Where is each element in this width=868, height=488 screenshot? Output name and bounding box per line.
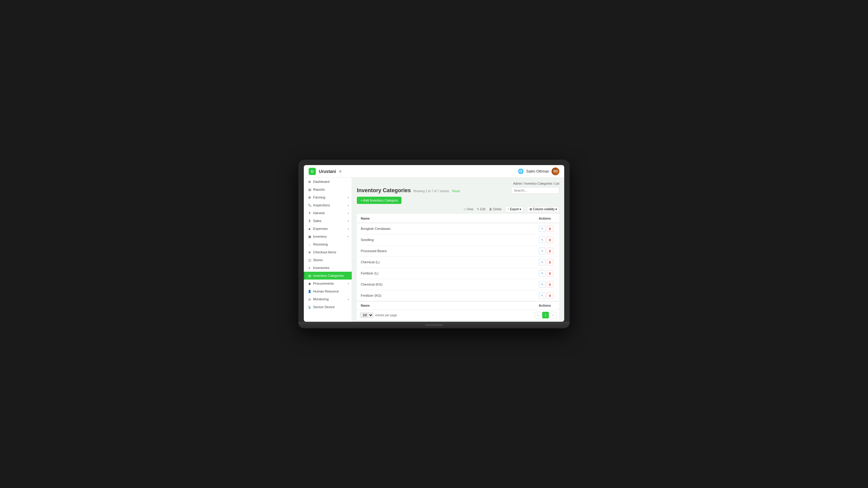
sidebar-item-sales[interactable]: $ Sales ◂ xyxy=(304,217,352,225)
edit-toolbar-item[interactable]: ✎ Edit xyxy=(477,207,485,211)
pagination-buttons: ‹ 1 › xyxy=(535,312,556,318)
action-bar: + Add Inventory Category xyxy=(357,197,559,204)
pagination-area: 100 25 50 entries per page ‹ 1 › xyxy=(357,310,559,320)
prev-page-button[interactable]: ‹ xyxy=(535,312,541,318)
page-1-button[interactable]: 1 xyxy=(542,312,549,318)
row-name-2: Processed Beans xyxy=(357,246,535,257)
delete-row-4-button[interactable]: 🗑 xyxy=(547,270,553,276)
sidebar-item-human-resource[interactable]: 👤 Human Resource xyxy=(304,287,352,295)
edit-row-0-button[interactable]: ✎ xyxy=(539,225,546,232)
add-inventory-category-button[interactable]: + Add Inventory Category xyxy=(357,197,401,204)
expenses-icon: ◈ xyxy=(308,227,311,230)
row-name-5: Chemical (KG) xyxy=(357,279,535,290)
monitoring-arrow: ◂ xyxy=(347,298,349,301)
breadcrumb-admin: Admin xyxy=(513,182,522,185)
inventory-icon: ▦ xyxy=(308,235,311,238)
delete-row-6-button[interactable]: 🗑 xyxy=(547,292,553,299)
sidebar-label-inventories: Inventories xyxy=(313,266,330,270)
delete-row-1-button[interactable]: 🗑 xyxy=(547,236,553,243)
search-input[interactable] xyxy=(511,187,559,194)
row-name-0: Bongkah Cendawan xyxy=(357,223,535,234)
page-title: Inventory Categories xyxy=(357,187,411,194)
edit-row-3-button[interactable]: ✎ xyxy=(539,259,546,265)
sidebar-label-human-resource: Human Resource xyxy=(313,290,339,293)
edit-row-1-button[interactable]: ✎ xyxy=(539,236,546,243)
sidebar-item-expenses[interactable]: ◈ Expenses ◂ xyxy=(304,225,352,233)
sidebar-item-procurements[interactable]: ◉ Procurements ◂ xyxy=(304,280,352,287)
row-actions-0: ✎ 🗑 xyxy=(535,223,559,234)
export-chevron: ▾ xyxy=(520,207,521,211)
row-actions-1: ✎ 🗑 xyxy=(535,234,559,246)
table-toolbar: □ View ✎ Edit 🗑 Delete ↑ xyxy=(357,206,559,212)
sidebar-label-monitoring: Monitoring xyxy=(313,297,329,301)
sidebar-label-harvest: Harvest xyxy=(313,211,324,215)
sidebar-item-inspections[interactable]: 🔍 Inspections ◂ xyxy=(304,201,352,209)
sidebar-item-farming[interactable]: ✿ Farming ◂ xyxy=(304,193,352,201)
reports-icon: ▤ xyxy=(308,188,311,191)
sidebar-item-harvest[interactable]: ⚘ Harvest ◂ xyxy=(304,209,352,217)
delete-row-3-button[interactable]: 🗑 xyxy=(547,259,553,265)
sidebar-label-inventory-categories: Inventory Categories xyxy=(313,274,344,278)
view-toolbar-item[interactable]: □ View xyxy=(464,207,473,211)
table-row: Fertilizer (KG) ✎ 🗑 xyxy=(357,290,559,301)
sidebar-item-stores[interactable]: ◫ Stores xyxy=(304,256,352,264)
export-icon: ↑ xyxy=(507,207,509,211)
delete-row-2-button[interactable]: 🗑 xyxy=(547,248,553,254)
delete-row-0-button[interactable]: 🗑 xyxy=(547,225,553,232)
delete-row-5-button[interactable]: 🗑 xyxy=(547,281,553,288)
farming-arrow: ◂ xyxy=(347,196,349,199)
row-actions-3: ✎ 🗑 xyxy=(535,257,559,268)
edit-row-6-button[interactable]: ✎ xyxy=(539,292,546,299)
next-page-button[interactable]: › xyxy=(550,312,556,318)
edit-label: Edit xyxy=(480,207,485,211)
hamburger-icon[interactable]: ≡ xyxy=(339,169,341,174)
sidebar-item-sensor-device[interactable]: 📡 Sensor Device xyxy=(304,303,352,311)
data-table: Name Actions Bongkah Cendawan ✎ 🗑 Seedli… xyxy=(357,214,559,310)
col-header-actions: Actions xyxy=(535,214,559,223)
table-header-row: Name Actions xyxy=(357,214,559,223)
sidebar-label-expenses: Expenses xyxy=(313,227,328,230)
row-name-1: Seedling xyxy=(357,234,535,246)
row-actions-6: ✎ 🗑 xyxy=(535,290,559,301)
inspections-arrow: ◂ xyxy=(347,204,349,207)
column-visibility-label: Column visibility xyxy=(533,207,555,211)
human-resource-icon: 👤 xyxy=(308,290,311,293)
sidebar-item-dashboard[interactable]: ⊞ Dashboard xyxy=(304,178,352,186)
receiving-icon: ↓ xyxy=(308,243,311,246)
edit-row-5-button[interactable]: ✎ xyxy=(539,281,546,288)
col-header-name[interactable]: Name xyxy=(357,214,535,223)
inspections-icon: 🔍 xyxy=(308,204,311,207)
column-visibility-button[interactable]: ⊞ Column visibility ▾ xyxy=(527,206,559,212)
delete-toolbar-item[interactable]: 🗑 Delete xyxy=(489,207,502,211)
view-label: View xyxy=(467,207,473,211)
reset-link[interactable]: Reset xyxy=(452,190,460,193)
view-icon: □ xyxy=(464,207,466,211)
sidebar-label-checkout-items: Checkout Items xyxy=(313,250,336,254)
sidebar-item-inventories[interactable]: ≡ Inventories xyxy=(304,264,352,272)
sidebar-item-inventory[interactable]: ▦ Inventory ▾ xyxy=(304,233,352,240)
sidebar-item-inventory-categories[interactable]: ▤ Inventory Categories xyxy=(304,272,352,280)
sidebar-label-sales: Sales xyxy=(313,219,321,223)
sales-icon: $ xyxy=(308,219,311,223)
sidebar-item-reports[interactable]: ▤ Reports xyxy=(304,186,352,193)
column-visibility-chevron: ▾ xyxy=(555,207,557,211)
stores-icon: ◫ xyxy=(308,258,311,262)
edit-row-4-button[interactable]: ✎ xyxy=(539,270,546,276)
language-flag[interactable]: 🌐 xyxy=(518,168,524,174)
sidebar-item-checkout-items[interactable]: ⊕ Checkout Items xyxy=(304,248,352,256)
sidebar-label-procurements: Procurements xyxy=(313,282,334,285)
row-name-4: Fertilizer (L) xyxy=(357,268,535,279)
edit-row-2-button[interactable]: ✎ xyxy=(539,248,546,254)
app-name: Urustani xyxy=(319,169,336,174)
avatar[interactable]: SO xyxy=(552,167,559,175)
harvest-icon: ⚘ xyxy=(308,212,311,215)
breadcrumb: Admin / Inventory Categories / List xyxy=(357,182,559,185)
row-name-6: Fertilizer (KG) xyxy=(357,290,535,301)
export-button[interactable]: ↑ Export ▾ xyxy=(505,206,524,212)
delete-icon: 🗑 xyxy=(489,207,492,211)
sidebar-item-monitoring[interactable]: ◎ Monitoring ◂ xyxy=(304,295,352,303)
sidebar-item-receiving[interactable]: ↓ Receiving xyxy=(304,240,352,248)
farming-icon: ✿ xyxy=(308,196,311,199)
app-logo: U xyxy=(309,168,316,175)
entries-per-page-select[interactable]: 100 25 50 xyxy=(360,313,373,318)
